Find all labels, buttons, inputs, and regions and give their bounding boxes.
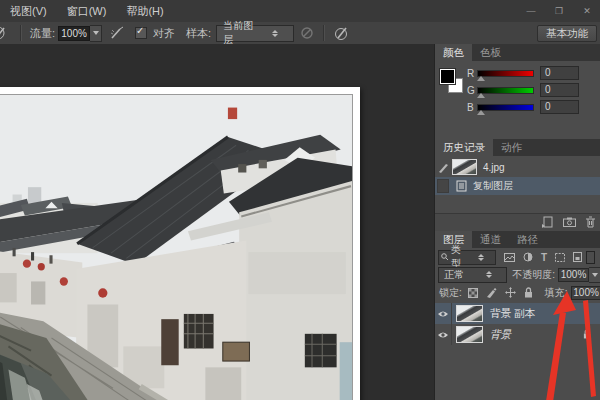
lock-row: 锁定: 填充: 100% [435,284,600,301]
brush-preset-icon[interactable] [0,25,11,41]
layer-visibility-eye-icon[interactable] [435,324,452,345]
foreground-color-swatch[interactable] [440,69,455,84]
blue-slider[interactable] [477,104,534,111]
flow-value-input[interactable]: 100% [58,26,90,41]
tab-channels[interactable]: 通道 [472,231,509,248]
history-state-label: 4.jpg [483,162,505,173]
sample-label: 样本: [186,26,211,41]
lock-label: 锁定: [439,286,462,300]
tab-swatches[interactable]: 色板 [472,44,509,61]
sample-dropdown[interactable]: 当前图层 [216,25,294,42]
layer-row-background[interactable]: 背景 [435,324,600,345]
slider-thumb-icon[interactable] [477,76,485,81]
layer-visibility-eye-icon[interactable] [435,303,452,324]
chevron-down-icon [93,31,99,35]
tab-color[interactable]: 颜色 [435,44,472,61]
layer-thumbnail[interactable] [456,326,483,343]
canvas-pasteboard [0,44,434,400]
lock-pixels-brush-icon[interactable] [486,287,497,298]
blend-mode-dropdown[interactable]: 正常 [438,267,507,283]
blend-mode-value: 正常 [439,268,471,282]
airbrush-icon[interactable] [110,26,125,40]
lock-transparency-icon[interactable] [468,288,478,298]
workspace-switcher-button[interactable]: 基本功能 [537,25,597,42]
history-state-duplicate-layer[interactable]: 复制图层 [435,177,600,195]
history-panel-tabs: 历史记录 动作 [435,139,600,156]
close-button[interactable]: ✕ [580,6,594,16]
delete-state-trash-icon[interactable] [585,216,596,230]
menu-help[interactable]: 帮助(H) [116,1,173,22]
layers-panel: 图层 通道 路径 类型 [435,231,600,400]
filter-pixel-layers-icon[interactable] [504,253,515,262]
minimize-button[interactable]: — [524,6,538,16]
photoshop-window: 视图(V) 窗口(W) 帮助(H) — ❐ ✕ 流量: 100% 对齐 样本: … [0,0,600,400]
blue-channel-row: B 0 [467,100,597,114]
slider-thumb-icon[interactable] [477,93,485,98]
history-panel: 历史记录 动作 4.jpg 复制图层 [435,139,600,231]
lock-all-padlock-icon[interactable] [524,287,533,298]
filter-type-layers-icon[interactable]: T [541,252,547,263]
flow-label: 流量: [30,26,55,41]
green-slider[interactable] [477,87,534,94]
tab-actions[interactable]: 动作 [493,139,530,156]
green-value-input[interactable]: 0 [540,83,579,97]
color-panel-tabs: 颜色 色板 [435,44,600,61]
history-state-open[interactable]: 4.jpg [435,158,600,176]
restore-button[interactable]: ❐ [552,6,566,16]
history-panel-footer [435,213,600,231]
menu-view[interactable]: 视图(V) [0,1,57,22]
layer-thumbnail[interactable] [456,305,483,322]
flow-dropdown-button[interactable] [90,25,102,42]
slider-thumb-icon[interactable] [477,110,485,115]
layer-filter-dropdown[interactable]: 类型 [438,250,496,265]
aligned-checkbox[interactable] [135,27,147,39]
history-state-thumbnail [452,159,477,175]
updown-arrows-icon [471,271,503,278]
layers-panel-body: 类型 T [435,248,600,400]
opacity-value-input[interactable]: 100% [558,268,589,282]
ignore-adjustment-layers-icon[interactable] [300,26,314,40]
water-town-photo [0,95,352,400]
red-value-input[interactable]: 0 [540,66,579,80]
blue-value-input[interactable]: 0 [540,100,579,114]
color-panel-body: R 0 G 0 B 0 [435,61,600,139]
canvas-photo[interactable] [0,94,353,400]
layer-filter-row: 类型 T [435,249,600,265]
history-brush-source-icon[interactable] [437,160,449,174]
lock-position-move-icon[interactable] [505,287,516,298]
tab-paths[interactable]: 路径 [509,231,546,248]
sample-dropdown-value: 当前图层 [217,19,254,47]
red-channel-row: R 0 [467,66,597,80]
layer-name[interactable]: 背景 [490,328,511,342]
layer-filter-toggle[interactable] [586,251,595,264]
menu-window[interactable]: 窗口(W) [57,1,117,22]
layer-row-background-copy[interactable]: 背景 副本 [435,303,600,324]
chevron-down-icon [592,273,598,277]
fill-combo: 100% [571,285,600,301]
window-controls: — ❐ ✕ [524,0,594,21]
red-slider[interactable] [477,70,534,77]
layer-name[interactable]: 背景 副本 [490,307,535,321]
updown-arrows-icon [472,254,491,261]
opacity-dropdown-button[interactable] [589,267,600,283]
filter-adjustment-layers-icon[interactable] [523,252,533,262]
search-icon [441,253,449,261]
history-state-label: 复制图层 [473,179,513,193]
tablet-pressure-icon[interactable] [334,26,350,41]
open-document[interactable] [0,87,360,400]
filter-smart-objects-icon[interactable] [573,252,582,262]
separator [323,25,325,41]
history-brush-source-well[interactable] [437,179,449,193]
new-snapshot-camera-icon[interactable] [563,217,576,229]
history-panel-body: 4.jpg 复制图层 [435,156,600,231]
separator [20,25,22,41]
opacity-label: 不透明度: [512,268,555,282]
new-document-from-state-icon[interactable] [541,216,554,230]
layer-locked-padlock-icon [583,329,591,341]
filter-shape-layers-icon[interactable] [555,253,565,262]
menu-bar: 视图(V) 窗口(W) 帮助(H) — ❐ ✕ [0,0,600,23]
tab-history[interactable]: 历史记录 [435,139,493,156]
fill-value-input[interactable]: 100% [571,286,600,300]
green-label: G [467,85,477,96]
color-panel: 颜色 色板 R 0 G 0 B 0 [435,44,600,139]
